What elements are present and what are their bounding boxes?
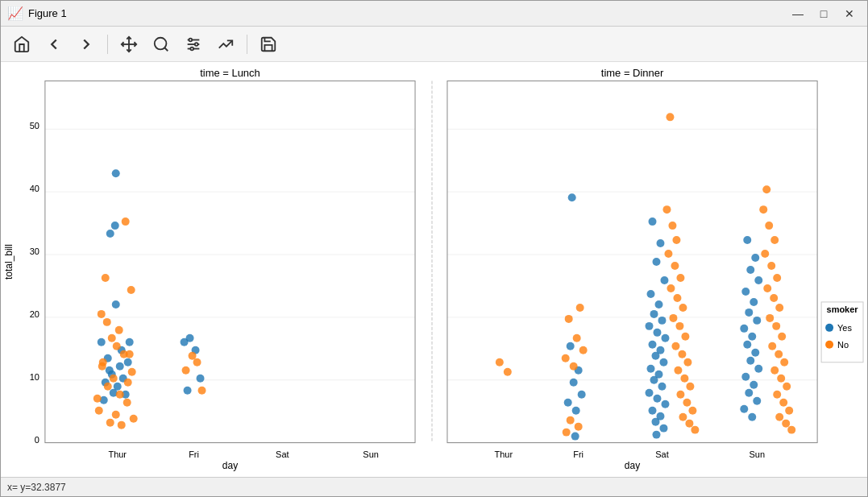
svg-point-8 <box>195 43 198 46</box>
svg-point-210 <box>825 341 833 349</box>
svg-point-94 <box>567 342 575 350</box>
svg-point-122 <box>649 341 657 349</box>
svg-point-193 <box>766 314 774 322</box>
svg-point-198 <box>780 358 788 367</box>
zoom-button[interactable] <box>147 31 176 58</box>
svg-point-170 <box>753 317 761 325</box>
svg-point-50 <box>115 326 123 334</box>
svg-point-54 <box>128 368 136 376</box>
svg-point-180 <box>753 397 761 405</box>
svg-point-51 <box>108 334 116 342</box>
svg-point-67 <box>113 342 121 350</box>
svg-point-98 <box>564 399 572 407</box>
svg-point-165 <box>746 266 754 274</box>
svg-point-40 <box>126 338 134 346</box>
svg-point-116 <box>654 300 662 309</box>
svg-text:10: 10 <box>30 372 39 382</box>
svg-point-30 <box>116 362 124 371</box>
svg-point-129 <box>658 383 666 391</box>
svg-line-3 <box>164 48 168 51</box>
svg-text:20: 20 <box>30 309 39 319</box>
svg-text:Fri: Fri <box>573 449 584 459</box>
svg-point-29 <box>112 300 120 309</box>
svg-point-146 <box>673 294 681 302</box>
title-bar: 📈 Figure 1 — □ ✕ <box>1 1 867 27</box>
svg-point-140 <box>668 222 676 230</box>
x-axis-label-right: day <box>625 460 640 471</box>
svg-point-161 <box>685 420 693 428</box>
svg-point-58 <box>123 399 131 407</box>
svg-point-128 <box>650 376 658 384</box>
window-controls: — □ ✕ <box>787 6 861 22</box>
svg-point-133 <box>649 407 657 415</box>
svg-point-103 <box>573 334 581 342</box>
configure-button[interactable] <box>179 31 208 58</box>
maximize-button[interactable]: □ <box>812 6 835 22</box>
svg-text:Sun: Sun <box>363 449 379 459</box>
svg-point-191 <box>770 294 778 302</box>
back-button[interactable] <box>39 31 69 58</box>
svg-point-132 <box>661 400 669 408</box>
svg-point-78 <box>182 367 190 375</box>
toolbar-separator-2 <box>247 35 247 54</box>
svg-point-154 <box>674 367 682 375</box>
home-button[interactable] <box>7 31 36 58</box>
save-button[interactable] <box>254 31 283 58</box>
svg-point-185 <box>765 222 773 230</box>
svg-point-148 <box>669 314 677 322</box>
forward-button[interactable] <box>72 31 101 58</box>
svg-point-61 <box>106 419 114 427</box>
svg-text:50: 50 <box>30 121 39 130</box>
svg-point-166 <box>754 276 762 284</box>
svg-point-144 <box>676 274 684 282</box>
svg-point-187 <box>761 250 769 258</box>
svg-point-109 <box>563 429 571 437</box>
right-title: time = Dinner <box>601 67 664 79</box>
svg-point-62 <box>130 415 138 423</box>
svg-point-45 <box>106 230 114 238</box>
svg-point-41 <box>98 338 106 346</box>
svg-point-206 <box>782 420 790 428</box>
svg-point-102 <box>565 315 573 323</box>
svg-point-135 <box>651 418 659 426</box>
svg-point-202 <box>773 391 781 399</box>
toolbar-separator-1 <box>107 35 108 54</box>
main-plot-svg: time = Lunch 0 10 20 30 40 50 total_bill… <box>1 62 867 477</box>
svg-point-200 <box>777 375 785 383</box>
window-icon: 📈 <box>7 6 23 22</box>
svg-point-159 <box>688 407 696 415</box>
svg-point-57 <box>116 391 124 399</box>
svg-point-60 <box>112 411 120 419</box>
svg-point-205 <box>775 413 783 421</box>
svg-point-192 <box>775 304 783 312</box>
svg-point-169 <box>745 309 753 317</box>
minimize-button[interactable]: — <box>787 6 809 22</box>
svg-point-75 <box>184 387 192 395</box>
svg-text:Thur: Thur <box>108 449 127 459</box>
svg-point-189 <box>773 274 781 282</box>
svg-point-105 <box>562 354 570 362</box>
svg-point-46 <box>122 217 130 226</box>
svg-point-167 <box>741 288 750 296</box>
svg-point-114 <box>660 276 668 284</box>
svg-point-59 <box>95 407 103 415</box>
plot-area[interactable]: time = Lunch 0 10 20 30 40 50 total_bill… <box>1 62 867 477</box>
svg-point-69 <box>103 318 111 326</box>
svg-point-77 <box>193 358 201 367</box>
svg-point-149 <box>675 322 683 330</box>
svg-point-110 <box>571 433 579 441</box>
svg-point-173 <box>743 341 751 349</box>
pan-button[interactable] <box>114 31 143 58</box>
svg-point-152 <box>678 350 686 358</box>
svg-point-97 <box>578 391 586 399</box>
svg-point-138 <box>666 113 674 121</box>
svg-point-137 <box>652 431 660 439</box>
close-button[interactable]: ✕ <box>838 6 861 22</box>
main-window: 📈 Figure 1 — □ ✕ <box>0 0 868 497</box>
svg-point-48 <box>127 286 135 294</box>
y-axis-label: total_bill <box>3 244 15 280</box>
svg-point-158 <box>683 399 691 407</box>
svg-point-108 <box>575 423 583 431</box>
svg-point-55 <box>110 375 118 383</box>
edit-button[interactable] <box>211 31 240 58</box>
